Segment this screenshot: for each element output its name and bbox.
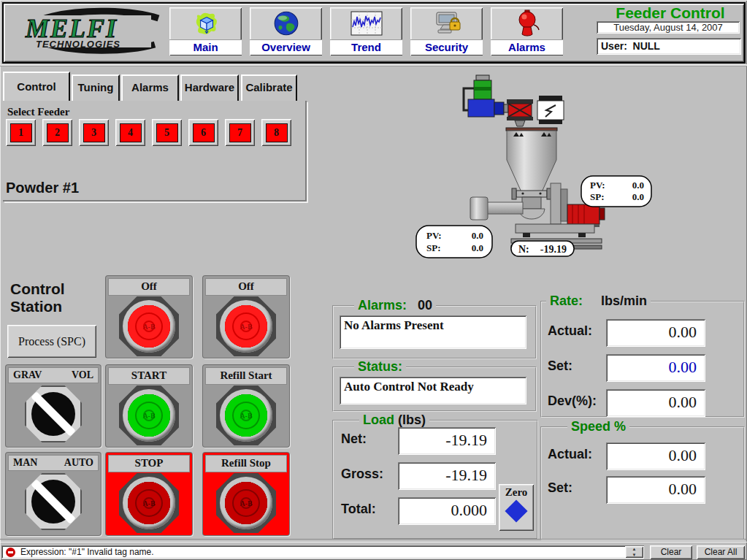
tab-hardware[interactable]: Hardware <box>180 74 239 101</box>
rate-dev-value: 0.00 <box>606 389 705 417</box>
feeder-button-8[interactable]: 8 <box>261 119 291 146</box>
darkred-pushbutton-face: A-B <box>225 482 267 524</box>
selector-handle <box>31 479 76 524</box>
grav-label: GRAV <box>13 368 42 383</box>
gross-value: -19.19 <box>398 462 496 490</box>
zero-button[interactable]: Zero <box>499 484 534 531</box>
right-sp-label: SP: <box>590 191 605 202</box>
off-button-1[interactable]: Off A-B <box>106 276 192 358</box>
spin-up-icon[interactable]: ▲ <box>625 546 643 552</box>
nav-main-button[interactable]: Main <box>169 7 242 55</box>
auto-label: AUTO <box>64 456 93 470</box>
nav-security-label: Security <box>410 39 483 55</box>
blue-pump <box>468 99 494 117</box>
rate-units: lbs/min <box>601 294 647 308</box>
nav-alarms-label: Alarms <box>491 39 563 55</box>
select-feeder-label: Select Feeder <box>7 106 69 118</box>
rate-set-input[interactable]: 0.00 <box>606 354 705 382</box>
feeder-button-5[interactable]: 5 <box>152 119 182 146</box>
globe-icon <box>250 7 322 39</box>
zero-diamond-icon <box>505 499 527 522</box>
speed-set-input[interactable]: 0.00 <box>606 476 705 504</box>
feeder-button-4[interactable]: 4 <box>115 119 145 146</box>
clear-button[interactable]: Clear <box>650 545 692 559</box>
clear-all-button[interactable]: Clear All <box>697 545 745 559</box>
red-pushbutton-face: A-B <box>128 305 170 348</box>
tab-tuning[interactable]: Tuning <box>72 74 120 101</box>
alarm-banner-spinner[interactable]: ▲ ▼ <box>625 546 643 558</box>
total-label: Total: <box>341 502 376 517</box>
speed-set-label: Set: <box>548 480 572 496</box>
left-pv-value: 0.0 <box>472 230 483 241</box>
start-button[interactable]: START A-B <box>106 365 192 447</box>
selector-bezel <box>25 473 82 530</box>
man-label: MAN <box>13 456 37 470</box>
net-label: Net: <box>341 431 367 447</box>
right-pv-label: PV: <box>590 180 605 191</box>
rate-groupbox: Rate: lbs/min Actual: 0.00 Set: 0.00 Dev… <box>540 301 745 418</box>
clamp-ring <box>516 191 547 197</box>
error-icon <box>6 548 15 557</box>
feeder-control-screen: MELFI TECHNOLOGIES Main Ov <box>0 0 747 560</box>
nav-overview-label: Overview <box>250 39 322 55</box>
nav-security-button[interactable]: Security <box>410 7 483 55</box>
refill-start-button[interactable]: Refill Start A-B <box>203 365 289 447</box>
tab-alarms[interactable]: Alarms <box>121 74 179 101</box>
rate-actual-label: Actual: <box>548 323 592 339</box>
left-sp-value: 0.0 <box>472 242 483 253</box>
load-units: (lbs) <box>398 413 426 427</box>
feeder-button-7[interactable]: 7 <box>225 119 255 146</box>
user-display: User: NULL <box>597 38 741 55</box>
selector-bezel <box>25 386 82 442</box>
tab-calibrate[interactable]: Calibrate <box>241 74 297 101</box>
page-title: Feeder Control <box>599 4 742 20</box>
selector-knob <box>31 480 75 523</box>
cube-icon <box>169 7 242 39</box>
feeder-button-6[interactable]: 6 <box>188 119 218 146</box>
net-bubble-label: N: <box>518 244 529 255</box>
feeder-button-3[interactable]: 3 <box>79 119 109 146</box>
nav-trend-label: Trend <box>330 39 402 55</box>
green-pushbutton-face: A-B <box>128 394 170 437</box>
alarm-banner: Expression: "#1" Invalid tag name. <box>1 545 644 559</box>
status-message-box: Auto Control Not Ready <box>340 377 526 404</box>
status-groupbox: Status: Auto Control Not Ready <box>332 367 537 412</box>
gross-label: Gross: <box>341 467 383 482</box>
load-groupbox: Load (lbs) Net: -19.19 Gross: -19.19 Tot… <box>332 420 538 540</box>
statusbar-message: Expression: "#1" Invalid tag name. <box>20 547 154 557</box>
feeder-button-1[interactable]: 1 <box>6 119 36 146</box>
refill-stop-button[interactable]: Refill Stop A-B <box>203 453 289 535</box>
spin-down-icon[interactable]: ▼ <box>625 552 643 558</box>
melfi-logo: MELFI TECHNOLOGIES <box>7 5 166 58</box>
rate-actual-value: 0.00 <box>606 319 705 347</box>
selector-handle <box>31 391 76 437</box>
net-bubble-value: -19.19 <box>540 244 567 255</box>
off-button-2[interactable]: Off A-B <box>203 276 289 358</box>
nav-overview-button[interactable]: Overview <box>250 7 322 55</box>
base-plate <box>516 224 594 233</box>
alarm-message-box: No Alarms Present <box>340 315 526 349</box>
filter-vent <box>539 96 562 101</box>
hopper <box>507 131 556 193</box>
date-display: Tuesday, August 14, 2007 <box>597 21 740 34</box>
left-pv-label: PV: <box>426 230 441 241</box>
speed-groupbox: Speed % Actual: 0.00 Set: 0.00 <box>540 426 745 540</box>
grav-vol-selector[interactable]: GRAV VOL <box>6 365 101 447</box>
stop-button[interactable]: STOP A-B <box>106 453 192 535</box>
left-sp-label: SP: <box>426 242 441 253</box>
bottom-separator <box>0 539 747 542</box>
nav-alarms-button[interactable]: Alarms <box>491 7 563 55</box>
header-separator <box>0 64 747 66</box>
tab-control[interactable]: Control <box>3 72 70 101</box>
control-station-title: Control Station <box>10 280 65 315</box>
net-value: -19.19 <box>398 427 496 455</box>
process-spc-button[interactable]: Process (SPC) <box>7 325 96 358</box>
alarms-groupbox: Alarms: 00 No Alarms Present <box>332 305 537 359</box>
logo-subtext: TECHNOLOGIES <box>36 39 120 50</box>
speed-legend: Speed % <box>571 419 626 434</box>
nav-trend-button[interactable]: Trend <box>330 7 402 55</box>
feeder-button-2[interactable]: 2 <box>42 119 72 146</box>
alarm-count: 00 <box>418 298 432 312</box>
user-label: User: <box>601 40 627 52</box>
man-auto-selector[interactable]: MAN AUTO <box>6 453 101 535</box>
